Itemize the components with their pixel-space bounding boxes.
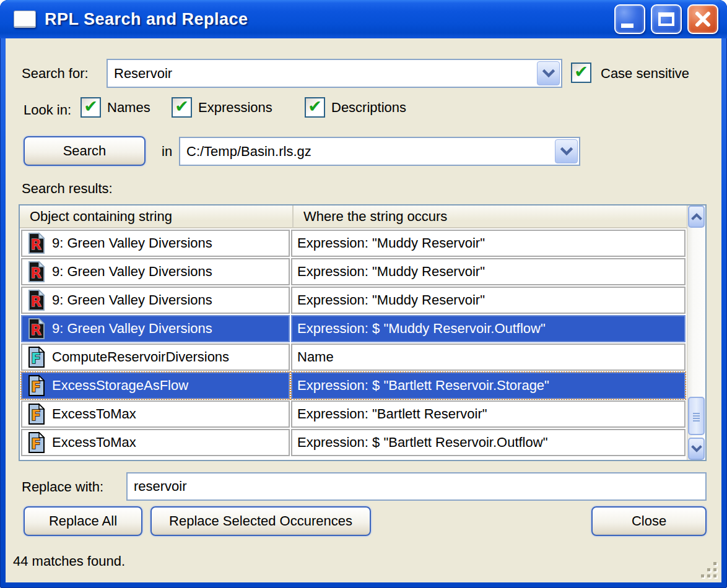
svg-text:R: R bbox=[30, 265, 41, 281]
chevron-up-icon bbox=[690, 212, 703, 222]
search-for-dropdown-button[interactable] bbox=[537, 61, 560, 85]
look-in-descriptions-label: Descriptions bbox=[331, 100, 406, 116]
titlebar: RPL Search and Replace bbox=[0, 0, 727, 38]
svg-text:R: R bbox=[30, 293, 41, 309]
search-results-label: Search results: bbox=[22, 181, 113, 197]
object-text: ComputeReservoirDiversions bbox=[52, 349, 229, 365]
window-title: RPL Search and Replace bbox=[45, 10, 609, 29]
look-in-descriptions-checkbox[interactable]: ✔ bbox=[305, 97, 325, 118]
table-row-selected[interactable]: R 9: Green Valley Diversions Expression:… bbox=[20, 314, 687, 342]
function-doc-icon: F bbox=[27, 431, 46, 454]
checkmark-icon: ✔ bbox=[84, 98, 98, 115]
search-for-label: Search for: bbox=[22, 66, 89, 82]
checkmark-icon: ✔ bbox=[574, 64, 588, 80]
file-combobox-value: C:/Temp/Basin.rls.gz bbox=[180, 144, 554, 160]
scroll-up-button[interactable] bbox=[688, 205, 705, 228]
where-text: Expression: $ "Muddy Reservoir.Outflow" bbox=[297, 321, 546, 337]
dialog-window: RPL Search and Replace Search for: Reser… bbox=[0, 0, 727, 588]
replace-all-button[interactable]: Replace All bbox=[24, 506, 142, 536]
in-label: in bbox=[162, 144, 172, 160]
replace-with-label: Replace with: bbox=[22, 479, 103, 495]
where-text: Expression: $ "Bartlett Reservoir.Outflo… bbox=[297, 435, 547, 451]
look-in-label: Look in: bbox=[24, 102, 71, 118]
look-in-expressions-checkbox[interactable]: ✔ bbox=[172, 97, 192, 118]
table-row[interactable]: F ExcessToMax Expression: $ "Bartlett Re… bbox=[20, 428, 687, 456]
cell-where[interactable]: Expression: "Muddy Reservoir" bbox=[291, 258, 686, 285]
cell-object[interactable]: F ExcessStorageAsFlow bbox=[21, 372, 290, 399]
file-combobox[interactable]: C:/Temp/Basin.rls.gz bbox=[179, 137, 580, 166]
table-header: Object containing string Where the strin… bbox=[20, 205, 687, 228]
maximize-icon bbox=[658, 12, 674, 26]
search-for-value: Reservoir bbox=[108, 66, 536, 82]
cell-object[interactable]: R 9: Green Valley Diversions bbox=[21, 287, 290, 314]
function-doc-icon: F bbox=[27, 374, 46, 397]
close-action-button[interactable]: Close bbox=[591, 506, 707, 536]
case-sensitive-checkbox[interactable]: ✔ bbox=[571, 63, 591, 83]
column-header-where[interactable]: Where the string occurs bbox=[292, 205, 687, 227]
object-text: ExcessStorageAsFlow bbox=[52, 378, 188, 394]
maximize-button[interactable] bbox=[651, 4, 682, 34]
close-button[interactable] bbox=[687, 4, 718, 34]
chevron-down-icon bbox=[560, 146, 573, 157]
table-row[interactable]: F ComputeReservoirDiversions Name bbox=[20, 342, 687, 371]
svg-text:F: F bbox=[31, 379, 41, 395]
vertical-scrollbar[interactable] bbox=[687, 205, 705, 460]
object-text: ExcessToMax bbox=[52, 435, 136, 451]
cell-object[interactable]: F ExcessToMax bbox=[21, 400, 290, 428]
rule-doc-icon: R bbox=[27, 318, 46, 340]
results-table: Object containing string Where the strin… bbox=[19, 204, 707, 461]
cell-object[interactable]: R 9: Green Valley Diversions bbox=[21, 258, 290, 285]
look-in-expressions-label: Expressions bbox=[198, 100, 272, 116]
replace-selected-button[interactable]: Replace Selected Occurences bbox=[150, 506, 371, 536]
cell-object[interactable]: R 9: Green Valley Diversions bbox=[21, 315, 290, 342]
replace-input[interactable] bbox=[126, 472, 707, 501]
object-text: 9: Green Valley Diversions bbox=[52, 235, 212, 251]
function-doc-icon: F bbox=[27, 403, 46, 425]
app-window-icon[interactable] bbox=[14, 11, 36, 28]
status-text: 44 matches found. bbox=[13, 553, 125, 569]
cell-where[interactable]: Expression: $ "Bartlett Reservoir.Storag… bbox=[291, 372, 686, 399]
scrollbar-thumb[interactable] bbox=[688, 397, 705, 435]
table-row[interactable]: R 9: Green Valley Diversions Expression:… bbox=[20, 257, 687, 285]
chevron-down-icon bbox=[690, 444, 703, 454]
table-row-selected[interactable]: F ExcessStorageAsFlow Expression: $ "Bar… bbox=[20, 371, 687, 399]
cell-object[interactable]: R 9: Green Valley Diversions bbox=[21, 230, 290, 257]
minimize-button[interactable] bbox=[614, 4, 645, 34]
svg-text:F: F bbox=[31, 407, 41, 423]
cell-object[interactable]: F ComputeReservoirDiversions bbox=[21, 344, 290, 371]
minimize-icon bbox=[621, 24, 633, 28]
cell-where[interactable]: Expression: $ "Bartlett Reservoir.Outflo… bbox=[291, 429, 686, 456]
svg-text:R: R bbox=[30, 236, 41, 253]
cell-where[interactable]: Expression: "Bartlett Reservoir" bbox=[291, 400, 686, 428]
table-row[interactable]: R 9: Green Valley Diversions Expression:… bbox=[20, 285, 687, 314]
svg-text:F: F bbox=[31, 436, 41, 452]
rule-doc-icon: R bbox=[27, 289, 46, 311]
file-dropdown-button[interactable] bbox=[555, 139, 578, 163]
object-text: ExcessToMax bbox=[52, 406, 136, 422]
where-text: Expression: $ "Bartlett Reservoir.Storag… bbox=[297, 378, 549, 394]
checkmark-icon: ✔ bbox=[308, 98, 322, 115]
column-header-object[interactable]: Object containing string bbox=[20, 205, 292, 227]
cell-object[interactable]: F ExcessToMax bbox=[21, 429, 290, 456]
scroll-down-button[interactable] bbox=[688, 438, 705, 460]
resize-grip-icon[interactable] bbox=[700, 561, 718, 579]
object-text: 9: Green Valley Diversions bbox=[52, 292, 212, 308]
svg-text:F: F bbox=[31, 350, 41, 366]
search-button[interactable]: Search bbox=[24, 136, 146, 166]
look-in-names-checkbox[interactable]: ✔ bbox=[81, 97, 101, 118]
table-row[interactable]: F ExcessToMax Expression: "Bartlett Rese… bbox=[20, 399, 687, 428]
where-text: Expression: "Muddy Reservoir" bbox=[297, 235, 485, 251]
cell-where[interactable]: Expression: $ "Muddy Reservoir.Outflow" bbox=[291, 315, 686, 342]
checkmark-icon: ✔ bbox=[175, 98, 189, 115]
function-doc-icon: F bbox=[27, 346, 46, 368]
chevron-down-icon bbox=[542, 68, 555, 79]
search-for-combobox[interactable]: Reservoir bbox=[107, 59, 562, 88]
where-text: Expression: "Muddy Reservoir" bbox=[297, 264, 485, 280]
close-x-icon bbox=[693, 9, 713, 32]
table-row[interactable]: R 9: Green Valley Diversions Expression:… bbox=[20, 228, 687, 257]
cell-where[interactable]: Name bbox=[291, 344, 686, 371]
rule-doc-icon: R bbox=[27, 261, 46, 283]
object-text: 9: Green Valley Diversions bbox=[52, 264, 212, 280]
cell-where[interactable]: Expression: "Muddy Reservoir" bbox=[291, 287, 686, 314]
cell-where[interactable]: Expression: "Muddy Reservoir" bbox=[291, 230, 686, 257]
